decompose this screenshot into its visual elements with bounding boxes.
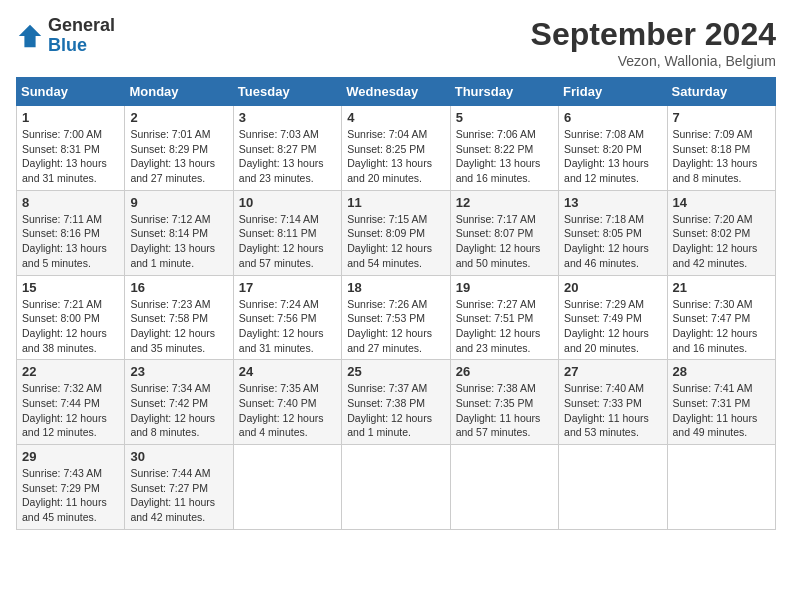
calendar-cell: 10Sunrise: 7:14 AMSunset: 8:11 PMDayligh… xyxy=(233,190,341,275)
calendar-cell: 28Sunrise: 7:41 AMSunset: 7:31 PMDayligh… xyxy=(667,360,775,445)
calendar-cell: 8Sunrise: 7:11 AMSunset: 8:16 PMDaylight… xyxy=(17,190,125,275)
calendar-cell: 18Sunrise: 7:26 AMSunset: 7:53 PMDayligh… xyxy=(342,275,450,360)
calendar-cell xyxy=(450,445,558,530)
weekday-header: Monday xyxy=(125,78,233,106)
calendar-cell: 26Sunrise: 7:38 AMSunset: 7:35 PMDayligh… xyxy=(450,360,558,445)
calendar-cell: 2Sunrise: 7:01 AMSunset: 8:29 PMDaylight… xyxy=(125,106,233,191)
day-number: 4 xyxy=(347,110,444,125)
page-header: General Blue September 2024 Vezon, Wallo… xyxy=(16,16,776,69)
calendar-week-row: 8Sunrise: 7:11 AMSunset: 8:16 PMDaylight… xyxy=(17,190,776,275)
logo-icon xyxy=(16,22,44,50)
day-number: 9 xyxy=(130,195,227,210)
weekday-header-row: SundayMondayTuesdayWednesdayThursdayFrid… xyxy=(17,78,776,106)
weekday-header: Sunday xyxy=(17,78,125,106)
day-number: 5 xyxy=(456,110,553,125)
day-info: Sunrise: 7:15 AMSunset: 8:09 PMDaylight:… xyxy=(347,212,444,271)
calendar-cell xyxy=(233,445,341,530)
day-number: 3 xyxy=(239,110,336,125)
day-number: 12 xyxy=(456,195,553,210)
day-number: 27 xyxy=(564,364,661,379)
calendar-cell: 29Sunrise: 7:43 AMSunset: 7:29 PMDayligh… xyxy=(17,445,125,530)
day-number: 30 xyxy=(130,449,227,464)
day-number: 6 xyxy=(564,110,661,125)
day-number: 23 xyxy=(130,364,227,379)
day-info: Sunrise: 7:40 AMSunset: 7:33 PMDaylight:… xyxy=(564,381,661,440)
day-number: 20 xyxy=(564,280,661,295)
calendar-cell: 30Sunrise: 7:44 AMSunset: 7:27 PMDayligh… xyxy=(125,445,233,530)
day-number: 28 xyxy=(673,364,770,379)
calendar-week-row: 29Sunrise: 7:43 AMSunset: 7:29 PMDayligh… xyxy=(17,445,776,530)
calendar-cell: 22Sunrise: 7:32 AMSunset: 7:44 PMDayligh… xyxy=(17,360,125,445)
day-info: Sunrise: 7:30 AMSunset: 7:47 PMDaylight:… xyxy=(673,297,770,356)
day-info: Sunrise: 7:04 AMSunset: 8:25 PMDaylight:… xyxy=(347,127,444,186)
weekday-header: Friday xyxy=(559,78,667,106)
calendar-cell: 14Sunrise: 7:20 AMSunset: 8:02 PMDayligh… xyxy=(667,190,775,275)
calendar-cell: 12Sunrise: 7:17 AMSunset: 8:07 PMDayligh… xyxy=(450,190,558,275)
day-info: Sunrise: 7:32 AMSunset: 7:44 PMDaylight:… xyxy=(22,381,119,440)
day-number: 13 xyxy=(564,195,661,210)
calendar-cell: 17Sunrise: 7:24 AMSunset: 7:56 PMDayligh… xyxy=(233,275,341,360)
day-number: 24 xyxy=(239,364,336,379)
day-number: 10 xyxy=(239,195,336,210)
logo-general: General xyxy=(48,15,115,35)
weekday-header: Wednesday xyxy=(342,78,450,106)
day-info: Sunrise: 7:23 AMSunset: 7:58 PMDaylight:… xyxy=(130,297,227,356)
calendar-cell: 19Sunrise: 7:27 AMSunset: 7:51 PMDayligh… xyxy=(450,275,558,360)
calendar-cell: 4Sunrise: 7:04 AMSunset: 8:25 PMDaylight… xyxy=(342,106,450,191)
day-number: 26 xyxy=(456,364,553,379)
calendar-cell: 23Sunrise: 7:34 AMSunset: 7:42 PMDayligh… xyxy=(125,360,233,445)
day-info: Sunrise: 7:41 AMSunset: 7:31 PMDaylight:… xyxy=(673,381,770,440)
day-info: Sunrise: 7:00 AMSunset: 8:31 PMDaylight:… xyxy=(22,127,119,186)
calendar-cell: 5Sunrise: 7:06 AMSunset: 8:22 PMDaylight… xyxy=(450,106,558,191)
calendar-cell: 7Sunrise: 7:09 AMSunset: 8:18 PMDaylight… xyxy=(667,106,775,191)
weekday-header: Saturday xyxy=(667,78,775,106)
day-info: Sunrise: 7:26 AMSunset: 7:53 PMDaylight:… xyxy=(347,297,444,356)
logo-blue: Blue xyxy=(48,35,87,55)
calendar-cell: 6Sunrise: 7:08 AMSunset: 8:20 PMDaylight… xyxy=(559,106,667,191)
calendar-cell: 13Sunrise: 7:18 AMSunset: 8:05 PMDayligh… xyxy=(559,190,667,275)
logo-text: General Blue xyxy=(48,16,115,56)
day-info: Sunrise: 7:12 AMSunset: 8:14 PMDaylight:… xyxy=(130,212,227,271)
calendar-cell: 20Sunrise: 7:29 AMSunset: 7:49 PMDayligh… xyxy=(559,275,667,360)
calendar-cell: 27Sunrise: 7:40 AMSunset: 7:33 PMDayligh… xyxy=(559,360,667,445)
day-number: 21 xyxy=(673,280,770,295)
day-info: Sunrise: 7:35 AMSunset: 7:40 PMDaylight:… xyxy=(239,381,336,440)
day-number: 29 xyxy=(22,449,119,464)
day-info: Sunrise: 7:21 AMSunset: 8:00 PMDaylight:… xyxy=(22,297,119,356)
day-info: Sunrise: 7:18 AMSunset: 8:05 PMDaylight:… xyxy=(564,212,661,271)
day-info: Sunrise: 7:03 AMSunset: 8:27 PMDaylight:… xyxy=(239,127,336,186)
day-number: 14 xyxy=(673,195,770,210)
calendar-cell: 3Sunrise: 7:03 AMSunset: 8:27 PMDaylight… xyxy=(233,106,341,191)
weekday-header: Tuesday xyxy=(233,78,341,106)
day-info: Sunrise: 7:24 AMSunset: 7:56 PMDaylight:… xyxy=(239,297,336,356)
day-info: Sunrise: 7:17 AMSunset: 8:07 PMDaylight:… xyxy=(456,212,553,271)
calendar-cell: 25Sunrise: 7:37 AMSunset: 7:38 PMDayligh… xyxy=(342,360,450,445)
calendar-week-row: 1Sunrise: 7:00 AMSunset: 8:31 PMDaylight… xyxy=(17,106,776,191)
calendar-cell xyxy=(559,445,667,530)
day-info: Sunrise: 7:34 AMSunset: 7:42 PMDaylight:… xyxy=(130,381,227,440)
weekday-header: Thursday xyxy=(450,78,558,106)
calendar-cell: 16Sunrise: 7:23 AMSunset: 7:58 PMDayligh… xyxy=(125,275,233,360)
logo: General Blue xyxy=(16,16,115,56)
title-area: September 2024 Vezon, Wallonia, Belgium xyxy=(531,16,776,69)
day-info: Sunrise: 7:38 AMSunset: 7:35 PMDaylight:… xyxy=(456,381,553,440)
calendar-cell xyxy=(342,445,450,530)
day-info: Sunrise: 7:37 AMSunset: 7:38 PMDaylight:… xyxy=(347,381,444,440)
day-number: 19 xyxy=(456,280,553,295)
day-number: 22 xyxy=(22,364,119,379)
day-number: 8 xyxy=(22,195,119,210)
day-info: Sunrise: 7:11 AMSunset: 8:16 PMDaylight:… xyxy=(22,212,119,271)
day-number: 15 xyxy=(22,280,119,295)
calendar-cell: 1Sunrise: 7:00 AMSunset: 8:31 PMDaylight… xyxy=(17,106,125,191)
day-info: Sunrise: 7:27 AMSunset: 7:51 PMDaylight:… xyxy=(456,297,553,356)
day-info: Sunrise: 7:14 AMSunset: 8:11 PMDaylight:… xyxy=(239,212,336,271)
day-info: Sunrise: 7:20 AMSunset: 8:02 PMDaylight:… xyxy=(673,212,770,271)
calendar-cell: 9Sunrise: 7:12 AMSunset: 8:14 PMDaylight… xyxy=(125,190,233,275)
calendar-cell xyxy=(667,445,775,530)
calendar-cell: 11Sunrise: 7:15 AMSunset: 8:09 PMDayligh… xyxy=(342,190,450,275)
svg-marker-0 xyxy=(19,25,41,47)
day-number: 25 xyxy=(347,364,444,379)
day-number: 2 xyxy=(130,110,227,125)
day-info: Sunrise: 7:29 AMSunset: 7:49 PMDaylight:… xyxy=(564,297,661,356)
calendar-week-row: 15Sunrise: 7:21 AMSunset: 8:00 PMDayligh… xyxy=(17,275,776,360)
